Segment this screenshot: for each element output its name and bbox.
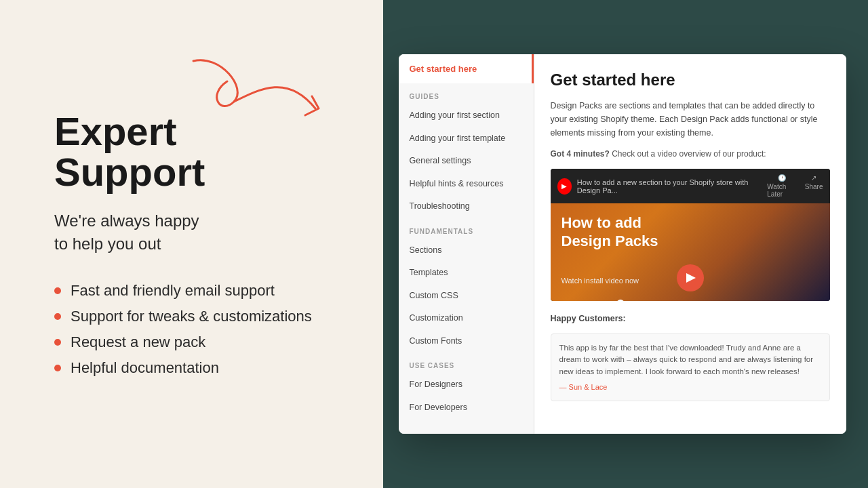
sidebar-item-troubleshooting[interactable]: Troubleshooting [399,195,534,218]
sidebar-item-adding-section[interactable]: Adding your first section [399,104,534,127]
video-play-button[interactable] [677,264,704,291]
guides-section-label: GUIDES [399,83,534,104]
sidebar-item-for-designers[interactable]: For Designers [399,373,534,396]
testimonial-author: — Sun & Lace [559,382,821,393]
video-thumbnail[interactable]: ▶ How to add a new section to your Shopi… [551,169,830,301]
video-body: How to addDesign Packs Watch install vid… [551,203,830,301]
sidebar-active-item[interactable]: Get started here [399,54,534,83]
bullet-dot [54,287,61,294]
bullet-item-3: Request a new pack [54,333,342,351]
sidebar-item-for-developers[interactable]: For Developers [399,396,534,420]
sidebar-item-custom-fonts[interactable]: Custom Fonts [399,330,534,353]
use-cases-section-label: USE CASES [399,352,534,373]
youtube-channel-icon: ▶ [557,178,572,195]
arrow-decoration [180,47,342,129]
video-channel-title: How to add a new section to your Shopify… [577,178,767,195]
share-button[interactable]: ↗ Share [805,174,823,198]
sidebar-item-custom-css[interactable]: Custom CSS [399,285,534,308]
right-panel: Get started here GUIDES Adding your firs… [383,0,868,488]
sidebar-item-adding-template[interactable]: Adding your first template [399,127,534,150]
sidebar-item-customization[interactable]: Customization [399,307,534,330]
left-panel: ExpertSupport We're always happyto help … [0,0,383,488]
sidebar-item-sections[interactable]: Sections [399,239,534,262]
happy-customers-label: Happy Customers: [551,312,830,325]
doc-sidebar: Get started here GUIDES Adding your firs… [399,54,534,434]
video-header: ▶ How to add a new section to your Shopi… [551,169,830,203]
testimonial-box: This app is by far the best that I've do… [551,333,830,401]
bullet-item-1: Fast and friendly email support [54,282,342,300]
doc-title: Get started here [551,70,830,89]
doc-window: Get started here GUIDES Adding your firs… [399,54,846,434]
video-header-left: ▶ How to add a new section to your Shopi… [557,178,768,195]
bullet-dot [54,339,61,346]
fundamentals-section-label: FUNDAMENTALS [399,218,534,239]
bullet-dot [54,365,61,371]
sidebar-item-helpful-hints[interactable]: Helpful hints & resources [399,173,534,196]
bullet-item-4: Helpful documentation [54,359,342,377]
video-header-right: 🕐 Watch Later ↗ Share [767,174,823,198]
bullet-dot [54,313,61,320]
sidebar-item-general-settings[interactable]: General settings [399,150,534,173]
bullet-list: Fast and friendly email support Support … [54,282,342,377]
video-progress-dot [616,300,625,301]
testimonial-text: This app is by far the best that I've do… [559,344,814,375]
sidebar-item-templates[interactable]: Templates [399,262,534,285]
doc-main: Get started here Design Packs are sectio… [534,54,846,434]
doc-description: Design Packs are sections and templates … [551,99,830,140]
got-time-text: Got 4 minutes? Check out a video overvie… [551,148,830,161]
watch-later-button[interactable]: 🕐 Watch Later [767,174,797,198]
hero-subtitle: We're always happyto help you out [54,209,342,255]
video-big-title: How to addDesign Packs [561,214,658,250]
bullet-item-2: Support for tweaks & customizations [54,308,342,325]
video-install-text: Watch install video now [561,277,639,285]
